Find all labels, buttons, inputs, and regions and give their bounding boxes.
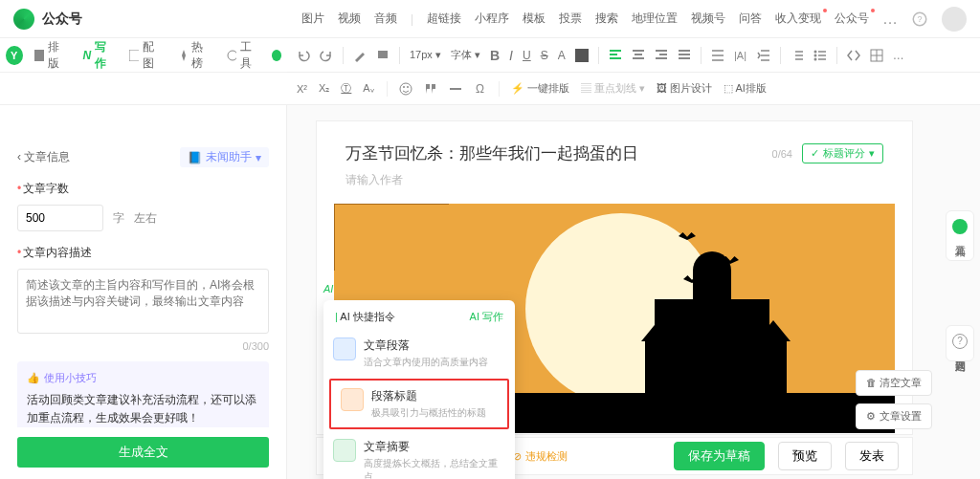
menu-income[interactable]: 收入变现 bbox=[775, 11, 821, 27]
svg-text:|A|: |A| bbox=[734, 50, 746, 61]
menu-search[interactable]: 搜索 bbox=[595, 11, 618, 27]
more-format-icon[interactable]: … bbox=[893, 49, 904, 62]
svg-text:?: ? bbox=[917, 14, 922, 24]
article-settings-button[interactable]: ⚙ 文章设置 bbox=[856, 403, 932, 429]
app-brand: 公众号 bbox=[42, 11, 82, 28]
tab-hot[interactable]: 热榜 bbox=[170, 39, 219, 72]
one-click-layout-button[interactable]: ⚡ 一键排版 bbox=[511, 81, 569, 96]
align-right-icon[interactable] bbox=[655, 49, 668, 62]
font-size-select[interactable]: 17px ▾ bbox=[410, 49, 441, 61]
line-height-icon[interactable] bbox=[711, 49, 724, 62]
menu-account[interactable]: 公众号 bbox=[835, 11, 869, 27]
svg-rect-5 bbox=[378, 51, 388, 58]
table-icon[interactable] bbox=[870, 49, 883, 62]
svg-point-4 bbox=[228, 51, 236, 60]
toolbox-dock[interactable]: 工具箱 « bbox=[946, 210, 974, 261]
ai-layout-button[interactable]: ⬚ AI排版 bbox=[724, 81, 767, 96]
content-desc-input[interactable] bbox=[17, 269, 269, 334]
title-score-button[interactable]: ✓ 标题评分 ▾ bbox=[802, 143, 883, 163]
desc-counter: 0/300 bbox=[17, 340, 269, 352]
menu-miniapp[interactable]: 小程序 bbox=[475, 11, 509, 27]
summary-icon bbox=[333, 439, 356, 462]
quote-icon[interactable] bbox=[424, 82, 437, 96]
collapse-icon[interactable]: « bbox=[957, 242, 963, 252]
bold-icon[interactable]: B bbox=[490, 48, 500, 63]
help-dock[interactable]: ? 遇到问题 bbox=[946, 325, 974, 361]
help-icon[interactable]: ? bbox=[911, 11, 928, 28]
list-bullet-icon[interactable] bbox=[813, 49, 827, 62]
violation-check-button[interactable]: ⊘ 违规检测 bbox=[513, 449, 568, 464]
menu-more-icon[interactable]: … bbox=[882, 11, 898, 28]
ai-write-link[interactable]: AI 写作 bbox=[470, 310, 503, 324]
top-menu: 图片 视频 音频 | 超链接 小程序 模板 投票 搜索 地理位置 视频号 问答 … bbox=[301, 11, 869, 27]
word-count-label: •文章字数 bbox=[17, 181, 269, 197]
align-center-icon[interactable] bbox=[632, 49, 645, 62]
preview-button[interactable]: 预览 bbox=[778, 442, 832, 470]
user-avatar[interactable] bbox=[942, 7, 967, 32]
clear-article-button[interactable]: 🗑 清空文章 bbox=[856, 370, 932, 396]
code-icon[interactable] bbox=[847, 49, 860, 62]
undo-icon[interactable] bbox=[297, 49, 310, 62]
letter-spacing-icon[interactable]: |A| bbox=[734, 49, 747, 62]
text-color-icon[interactable]: A bbox=[558, 49, 566, 62]
indent-icon[interactable] bbox=[757, 49, 770, 62]
image-design-button[interactable]: 🖼 图片设计 bbox=[657, 81, 712, 96]
tab-image[interactable]: 配图 bbox=[122, 39, 170, 72]
back-button[interactable]: ‹ 文章信息 bbox=[17, 149, 70, 165]
menu-vote[interactable]: 投票 bbox=[559, 11, 582, 27]
svg-point-9 bbox=[813, 54, 816, 56]
menu-location[interactable]: 地理位置 bbox=[632, 11, 678, 27]
assistant-button[interactable]: 📘 未闻助手 ▾ bbox=[180, 147, 269, 167]
ai-label-icon: AI bbox=[323, 283, 333, 294]
align-left-icon[interactable] bbox=[609, 49, 622, 62]
strike-icon[interactable]: S bbox=[541, 49, 548, 62]
tab-tools[interactable]: 工具 bbox=[219, 39, 268, 72]
special-char-icon[interactable]: Ω bbox=[474, 82, 487, 96]
menu-image[interactable]: 图片 bbox=[301, 11, 324, 27]
align-justify-icon[interactable] bbox=[678, 49, 691, 62]
key-line-button[interactable]: ▤ 重点划线 ▾ bbox=[581, 81, 645, 96]
svg-rect-6 bbox=[575, 49, 589, 62]
superscript-icon[interactable]: X² bbox=[297, 83, 307, 95]
publish-button[interactable]: 发表 bbox=[845, 442, 899, 470]
menu-link[interactable]: 超链接 bbox=[427, 11, 461, 27]
redo-icon[interactable] bbox=[320, 49, 333, 62]
emoji-icon[interactable] bbox=[399, 82, 412, 96]
author-input[interactable]: 请输入作者 bbox=[345, 172, 883, 188]
svg-point-14 bbox=[407, 86, 409, 88]
tip-body: 活动回顾类文章建议补充活动流程，还可以添加重点流程，生成效果会更好哦！ bbox=[27, 391, 259, 427]
paragraph-icon bbox=[333, 337, 356, 360]
svg-point-12 bbox=[400, 83, 412, 95]
doc-title[interactable]: 万圣节回忆杀：那些年我们一起捣蛋的日 bbox=[345, 142, 638, 164]
clear-format-icon[interactable]: Ⓣ bbox=[341, 81, 351, 96]
paint-icon[interactable] bbox=[376, 49, 390, 62]
ai-item-summary[interactable]: 文章摘要高度提炼长文概括，总结全文重点 bbox=[323, 431, 515, 479]
underline-icon[interactable]: U bbox=[523, 49, 531, 62]
brand-badge: Y bbox=[6, 46, 23, 65]
menu-video[interactable]: 视频 bbox=[338, 11, 361, 27]
content-desc-label: •文章内容描述 bbox=[17, 245, 269, 261]
highlight-icon[interactable] bbox=[575, 49, 589, 62]
menu-template[interactable]: 模板 bbox=[523, 11, 546, 27]
eyedropper-icon[interactable] bbox=[353, 49, 367, 62]
ai-item-paragraph[interactable]: 文章段落适合文章内使用的高质量内容 bbox=[323, 330, 515, 377]
heading-icon bbox=[341, 388, 364, 411]
case-icon[interactable]: Aᵥ bbox=[363, 82, 374, 95]
status-dot-icon bbox=[272, 50, 282, 61]
generate-button[interactable]: 生成全文 bbox=[17, 437, 269, 468]
subscript-icon[interactable]: X₂ bbox=[319, 82, 329, 95]
divider-icon[interactable] bbox=[449, 82, 462, 96]
tab-write[interactable]: N写作 bbox=[75, 39, 121, 72]
tab-layout[interactable]: 排版 bbox=[27, 39, 76, 72]
font-family-select[interactable]: 字体 ▾ bbox=[451, 48, 480, 62]
list-ordered-icon[interactable] bbox=[791, 49, 804, 62]
title-counter: 0/64 bbox=[772, 148, 792, 160]
word-count-input[interactable] bbox=[17, 205, 103, 231]
save-draft-button[interactable]: 保存为草稿 bbox=[674, 442, 765, 470]
tip-header: 👍 使用小技巧 bbox=[27, 371, 259, 385]
menu-audio[interactable]: 音频 bbox=[374, 11, 397, 27]
italic-icon[interactable]: I bbox=[509, 48, 513, 63]
ai-item-heading[interactable]: 段落标题极具吸引力与概括性的标题 bbox=[329, 379, 509, 429]
menu-qa[interactable]: 问答 bbox=[739, 11, 762, 27]
menu-videoacct[interactable]: 视频号 bbox=[691, 11, 725, 27]
